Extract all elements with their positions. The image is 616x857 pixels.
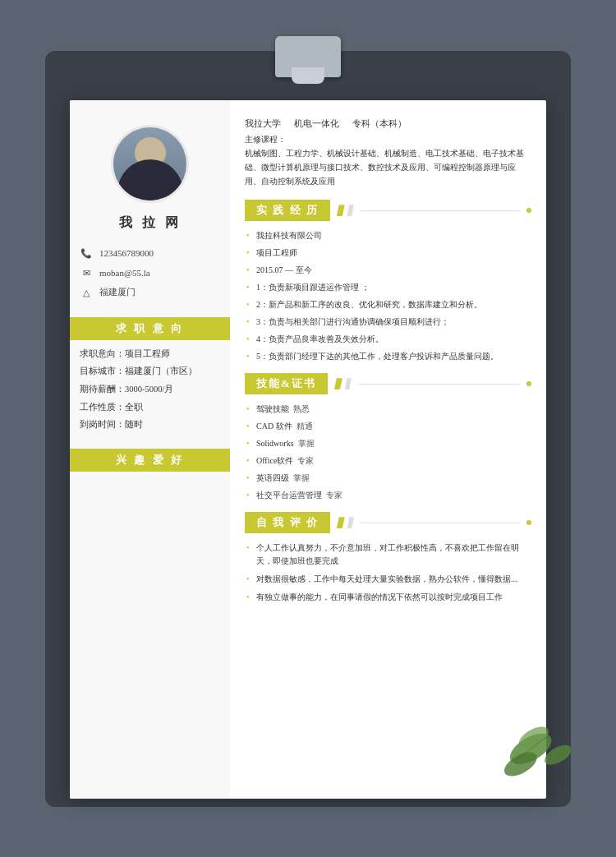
- avatar: [111, 125, 189, 203]
- section-decoration: [337, 205, 354, 216]
- phone-number: 123456789000: [99, 248, 154, 258]
- skills-list: 驾驶技能 熟悉CAD 软件 精通Solidworks 掌握Office软件 专家…: [245, 403, 531, 502]
- skill-item: Office软件 专家: [245, 454, 531, 468]
- intent-item: 目标城市：福建厦门（市区）: [80, 366, 220, 378]
- hobby-section-title: 兴 趣 爱 好: [70, 449, 230, 472]
- skill-item: CAD 软件 精通: [245, 420, 531, 433]
- skill-name: Office软件: [256, 456, 293, 465]
- university-name: 我拉大学: [245, 117, 281, 131]
- self-eval-deco-dot: [526, 520, 531, 525]
- practice-list-item: 3：负责与相关部门进行沟通协调确保项目顺利进行；: [245, 316, 531, 329]
- intent-section-title: 求 职 意 向: [70, 317, 230, 340]
- practice-list-item: 5：负责部门经理下达的其他工作，处理客户投诉和产品质量问题。: [245, 350, 531, 363]
- skills-deco-line: [358, 384, 520, 385]
- skill-name: 社交平台运营管理: [256, 491, 322, 500]
- skill-level: 掌握: [293, 473, 310, 482]
- clipboard: 我 拉 网 123456789000 moban@55.la 福建厦门 求 职 …: [45, 51, 571, 807]
- skill-level: 熟悉: [293, 404, 310, 413]
- intent-section: 求职意向：项目工程师目标城市：福建厦门（市区）期待薪酬：3000-5000/月工…: [70, 348, 230, 437]
- practice-list-item: 2015.07 — 至今: [245, 264, 531, 277]
- clipboard-clip: [275, 36, 341, 77]
- phone-icon: [80, 247, 93, 260]
- self-eval-deco-line: [361, 523, 520, 523]
- education-section: 我拉大学 机电一体化 专科（本科） 主修课程： 机械制图、工程力学、机械设计基础…: [245, 117, 531, 189]
- self-eval-section-header: 自 我 评 价: [245, 512, 531, 533]
- self-eval-item: 个人工作认真努力，不介意加班，对工作积极性高，不喜欢把工作留在明天，即使加班也要…: [245, 541, 531, 568]
- skill-item: 英语四级 掌握: [245, 472, 531, 485]
- skill-name: 英语四级: [256, 473, 289, 482]
- right-column: 我拉大学 机电一体化 专科（本科） 主修课程： 机械制图、工程力学、机械设计基础…: [230, 100, 546, 799]
- left-column: 我 拉 网 123456789000 moban@55.la 福建厦门 求 职 …: [70, 100, 230, 799]
- skill-level: 专家: [297, 456, 314, 465]
- self-eval-item: 对数据很敏感，工作中每天处理大量实验数据，熟办公软件，懂得数据...: [245, 573, 531, 586]
- intent-item: 期待薪酬：3000-5000/月: [80, 384, 220, 396]
- skills-section-header: 技能&证书: [245, 373, 531, 394]
- self-eval-list: 个人工作认真努力，不介意加班，对工作积极性高，不喜欢把工作留在明天，即使加班也要…: [245, 541, 531, 604]
- skill-name: Solidworks: [256, 439, 294, 448]
- self-eval-item: 有独立做事的能力，在同事请假的情况下依然可以按时完成项目工作: [245, 591, 531, 604]
- practice-list-item: 1：负责新项目跟进运作管理 ；: [245, 281, 531, 294]
- deco-slash-1: [337, 205, 345, 216]
- self-eval-deco: [337, 517, 354, 528]
- deco-dot: [526, 208, 531, 213]
- practice-list: 我拉科技有限公司项目工程师2015.07 — 至今1：负责新项目跟进运作管理 ；…: [245, 229, 531, 363]
- skill-item: Solidworks 掌握: [245, 437, 531, 450]
- self-eval-title: 自 我 评 价: [245, 512, 330, 533]
- self-eval-deco-slash-1: [337, 517, 345, 528]
- location-icon: [80, 286, 93, 299]
- practice-list-item: 2：新产品和新工序的改良、优化和研究，数据库建立和分析。: [245, 298, 531, 311]
- skills-deco-dot: [526, 381, 531, 386]
- practice-list-item: 4：负责产品良率改善及失效分析。: [245, 333, 531, 346]
- skill-level: 掌握: [298, 439, 315, 448]
- skills-deco-slash-2: [345, 378, 352, 389]
- location-text: 福建厦门: [99, 286, 136, 298]
- courses-text: 机械制图、工程力学、机械设计基础、机械制造、电工技术基础、电子技术基础、微型计算…: [245, 149, 524, 186]
- skill-level: 精通: [297, 422, 313, 431]
- deco-slash-2: [347, 205, 354, 216]
- intent-item: 工作性质：全职: [80, 402, 220, 414]
- email-icon: [80, 266, 93, 279]
- skill-level: 专家: [326, 491, 342, 500]
- phone-contact: 123456789000: [80, 247, 220, 260]
- skills-deco: [334, 378, 352, 389]
- major-name: 机电一体化: [294, 117, 339, 131]
- avatar-image: [113, 127, 186, 200]
- skill-name: 驾驶技能: [256, 404, 289, 413]
- practice-list-item: 项目工程师: [245, 247, 531, 260]
- skill-name: CAD 软件: [256, 422, 292, 431]
- self-eval-deco-slash-2: [347, 517, 354, 528]
- skills-title: 技能&证书: [245, 373, 328, 394]
- deco-line: [361, 210, 520, 211]
- intent-item: 到岗时间：随时: [80, 419, 220, 431]
- skills-deco-slash-1: [334, 378, 342, 389]
- practice-list-item: 我拉科技有限公司: [245, 229, 531, 242]
- email-contact: moban@55.la: [80, 266, 220, 279]
- intent-item: 求职意向：项目工程师: [80, 348, 220, 361]
- skill-item: 社交平台运营管理 专家: [245, 489, 531, 502]
- degree: 专科（本科）: [352, 117, 407, 131]
- location-contact: 福建厦门: [80, 286, 220, 299]
- contact-section: 123456789000 moban@55.la 福建厦门: [70, 247, 230, 306]
- practice-title: 实 践 经 历: [245, 200, 330, 221]
- email-address: moban@55.la: [99, 268, 150, 278]
- resume-paper: 我 拉 网 123456789000 moban@55.la 福建厦门 求 职 …: [70, 100, 546, 799]
- practice-section-header: 实 践 经 历: [245, 200, 531, 221]
- courses-label: 主修课程：: [245, 135, 286, 144]
- skill-item: 驾驶技能 熟悉: [245, 403, 531, 416]
- person-name: 我 拉 网: [119, 214, 182, 232]
